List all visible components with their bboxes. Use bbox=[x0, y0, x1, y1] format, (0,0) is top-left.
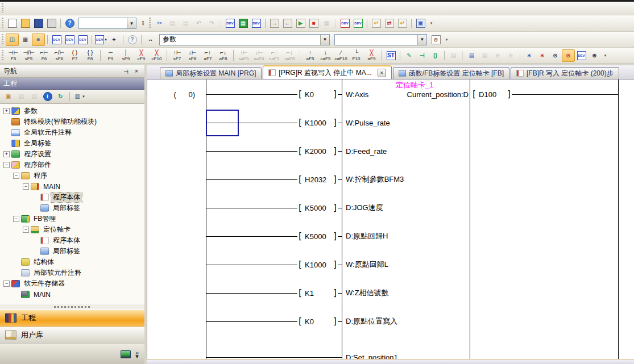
connection-destination-icon[interactable] bbox=[121, 350, 131, 358]
save-project-icon[interactable] bbox=[32, 17, 45, 30]
device-display-icon[interactable]: DEV bbox=[94, 34, 107, 46]
nav-refresh-icon[interactable]: ↻ bbox=[54, 90, 67, 103]
work-window-icon[interactable]: ≡ bbox=[32, 34, 45, 46]
toolbar-overflow-icon[interactable]: ▾ bbox=[602, 50, 608, 61]
nav-copy-icon[interactable]: ▤ bbox=[15, 90, 28, 103]
invert-operation-button[interactable]: ↑aF5 bbox=[303, 48, 318, 62]
menu-item[interactable] bbox=[93, 6, 106, 11]
toolbar-gripper[interactable] bbox=[2, 3, 3, 12]
falling-pulse-close-button[interactable]: ↓⊢saF6 bbox=[251, 48, 267, 62]
menu-item[interactable] bbox=[31, 6, 43, 11]
rising-pulse-branch-button[interactable]: ⌐↑aF7 bbox=[200, 48, 216, 62]
horizontal-scrollbar[interactable] bbox=[147, 359, 634, 364]
toolbar-gripper[interactable] bbox=[2, 18, 3, 29]
find-icon[interactable]: ●● bbox=[144, 34, 157, 46]
device-label-list-icon[interactable]: DEV bbox=[63, 34, 76, 46]
delete-vertical-line-button[interactable]: ╳cF10 bbox=[149, 48, 164, 62]
toolbar-gripper[interactable] bbox=[2, 34, 3, 45]
paste-icon[interactable]: ▤ bbox=[179, 17, 192, 30]
zoom-icon[interactable]: ⊕ bbox=[588, 49, 601, 62]
pou-transfer-icon[interactable]: ⇄ bbox=[383, 17, 396, 30]
copy-icon[interactable]: ▤ bbox=[166, 17, 179, 30]
redo-icon[interactable]: ↷ bbox=[205, 17, 218, 30]
device-block-list-icon[interactable]: DEV bbox=[76, 34, 89, 46]
device-memory-icon[interactable]: DEV bbox=[250, 17, 263, 30]
monitor-start-icon[interactable]: ▶ bbox=[294, 17, 307, 30]
tab-close-icon[interactable]: × bbox=[378, 69, 386, 77]
cross-reference-icon[interactable]: ∗ bbox=[523, 49, 536, 62]
chevron-down-icon[interactable]: ▼ bbox=[320, 35, 329, 45]
input-operand[interactable]: [K1000] bbox=[297, 259, 338, 270]
help-2-icon[interactable]: ? bbox=[126, 34, 139, 46]
falling-pulse-close-branch-button[interactable]: ⌐↓saF8 bbox=[282, 48, 297, 62]
closed-contact-button[interactable]: ⊣/⊢sF5 bbox=[21, 48, 36, 62]
document-tab[interactable]: [PRG]R 监视写入 停止中 MA... × bbox=[263, 65, 391, 79]
input-operand[interactable]: [K0] bbox=[297, 316, 338, 327]
nav-property-icon[interactable]: i bbox=[41, 90, 54, 103]
tree-item[interactable]: 全局软元件注释 bbox=[0, 127, 144, 138]
open-contact-button[interactable]: ⊣⊢F5 bbox=[6, 48, 21, 62]
rising-pulse-close-button[interactable]: ↑⊢saF5 bbox=[236, 48, 251, 62]
invert-result-button[interactable]: ∕caF10 bbox=[333, 48, 349, 62]
menu-item[interactable] bbox=[81, 6, 93, 11]
undo-icon[interactable]: ↶ bbox=[192, 17, 205, 30]
toolbar-overflow-icon[interactable]: ▾ bbox=[428, 18, 434, 29]
more-buttons-icon[interactable]: »▾ bbox=[135, 351, 139, 358]
input-operand[interactable]: [K0] bbox=[297, 89, 338, 100]
monitor-stop-icon[interactable]: ■ bbox=[307, 17, 320, 30]
pou-write-icon[interactable]: ↵ bbox=[396, 17, 409, 30]
toolbar-overflow-icon[interactable]: ▾ bbox=[444, 34, 450, 45]
falling-pulse-branch-button[interactable]: ⌐↓aF8 bbox=[216, 48, 231, 62]
convert-pulse-button[interactable]: ↓caF5 bbox=[318, 48, 333, 62]
device-comment-icon[interactable]: DEV bbox=[223, 17, 237, 30]
cut-icon[interactable]: ✂ bbox=[153, 17, 166, 30]
tree-item[interactable]: + 参数 bbox=[0, 106, 144, 116]
input-operand[interactable]: [K5000] bbox=[297, 231, 338, 242]
project-combo[interactable]: ▼ bbox=[78, 18, 136, 29]
tree-item[interactable]: 局部标签 bbox=[0, 246, 144, 257]
output-operand[interactable]: [D100] bbox=[471, 89, 512, 100]
menu-item[interactable] bbox=[68, 6, 81, 11]
watch-icon[interactable]: ▦ bbox=[320, 17, 333, 30]
inline-st-button[interactable]: ST bbox=[384, 49, 397, 62]
menu-item[interactable] bbox=[118, 6, 131, 11]
secondary-combo[interactable]: ▼ bbox=[334, 34, 427, 45]
tree-expander[interactable]: + bbox=[3, 151, 10, 157]
find-next-icon[interactable]: ⊙ bbox=[504, 49, 517, 62]
tree-item[interactable]: 局部标签 bbox=[0, 203, 144, 214]
nav-sort-icon[interactable]: ▥ bbox=[72, 90, 85, 103]
comment-display-icon[interactable]: ⊙ bbox=[562, 49, 575, 62]
document-tab[interactable]: 函数/FB标签设置 定位軸卡 [FB] bbox=[393, 67, 509, 79]
toolbar-gripper[interactable] bbox=[2, 50, 3, 61]
falling-pulse-button[interactable]: ↓⊢sF8 bbox=[185, 48, 200, 62]
tree-item[interactable]: 特殊模块(智能功能模块) bbox=[0, 116, 144, 127]
closed-branch-button[interactable]: ⌐/⊢sF6 bbox=[52, 48, 67, 62]
document-create-icon[interactable]: ▤ bbox=[478, 49, 491, 62]
chevron-down-icon[interactable]: ▼ bbox=[127, 18, 136, 28]
new-project-icon[interactable] bbox=[6, 17, 19, 30]
device-comment-list-icon[interactable]: DEV bbox=[50, 34, 63, 46]
tree-item[interactable]: − MAIN bbox=[0, 181, 144, 192]
help-icon[interactable]: ? bbox=[63, 17, 76, 30]
menu-item[interactable] bbox=[131, 6, 143, 11]
rising-pulse-close-branch-button[interactable]: ⌐↑saF7 bbox=[267, 48, 282, 62]
delete-line-button[interactable]: ╳aF9 bbox=[364, 48, 379, 62]
tree-expander[interactable]: − bbox=[3, 281, 10, 287]
print-icon[interactable] bbox=[45, 17, 58, 30]
close-icon[interactable]: × bbox=[132, 67, 141, 76]
nav-paste-icon[interactable]: ▤ bbox=[28, 90, 41, 103]
tree-item[interactable]: − 程序部件 bbox=[0, 160, 144, 170]
device-search-icon[interactable]: ⌖ bbox=[107, 34, 121, 46]
rising-pulse-button[interactable]: ↑⊢sF7 bbox=[169, 48, 185, 62]
panel-splitter[interactable] bbox=[0, 304, 144, 309]
menu-item[interactable] bbox=[106, 6, 118, 11]
tree-item[interactable]: 程序本体 bbox=[0, 192, 144, 203]
pc-communication-icon[interactable]: ▣ bbox=[414, 17, 427, 30]
chevron-down-icon[interactable]: ▼ bbox=[417, 35, 426, 45]
tree-expander[interactable]: − bbox=[3, 162, 10, 168]
tree-item[interactable]: 局部软元件注释 bbox=[0, 267, 144, 278]
vertical-line-button[interactable]: │sF9 bbox=[118, 48, 134, 62]
tree-item[interactable]: − 程序 bbox=[0, 170, 144, 181]
coil-button[interactable]: ( )F7 bbox=[67, 48, 82, 62]
ladder-editor-canvas[interactable]: 定位軸卡_1[K0]W:Axis( 0)Current_position:D[D… bbox=[147, 80, 634, 359]
